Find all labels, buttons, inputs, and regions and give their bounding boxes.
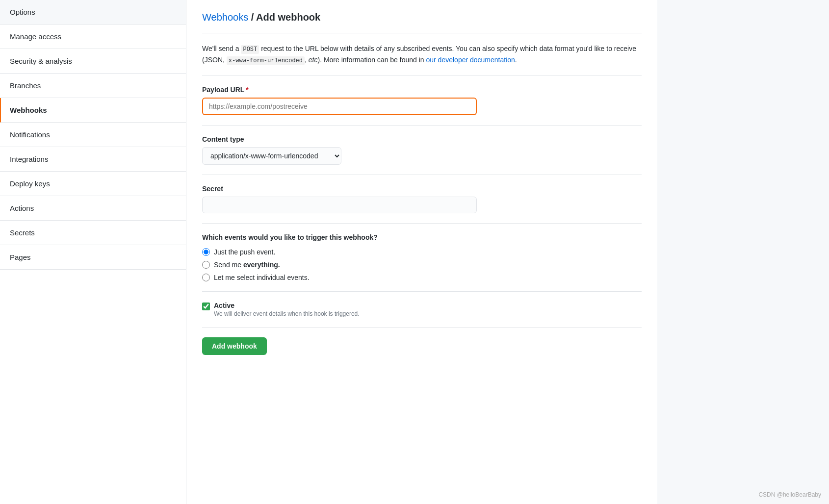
- events-question: Which events would you like to trigger t…: [202, 233, 642, 241]
- sidebar-item-branches[interactable]: Branches: [0, 74, 186, 98]
- active-checkbox[interactable]: [202, 302, 210, 310]
- sidebar-item-options[interactable]: Options: [0, 0, 186, 25]
- divider-active: [202, 327, 642, 328]
- divider-description: [202, 76, 642, 76]
- radio-individual-label: Let me select individual events.: [214, 274, 310, 281]
- secret-input[interactable]: [202, 197, 477, 213]
- active-label[interactable]: Active: [214, 302, 234, 309]
- description-text: We'll send a POST request to the URL bel…: [202, 43, 642, 66]
- divider-secret: [202, 223, 642, 224]
- sidebar-item-actions[interactable]: Actions: [0, 196, 186, 221]
- radio-everything-input[interactable]: [202, 261, 210, 269]
- breadcrumb-separator: /: [251, 12, 256, 23]
- divider-payload: [202, 125, 642, 126]
- payload-url-label: Payload URL*: [202, 86, 642, 94]
- radio-push-input[interactable]: [202, 248, 210, 256]
- active-group: Active We will deliver event details whe…: [202, 302, 642, 317]
- sidebar-item-integrations[interactable]: Integrations: [0, 147, 186, 172]
- divider-events: [202, 291, 642, 292]
- radio-everything[interactable]: Send me everything.: [202, 261, 642, 269]
- sidebar-item-webhooks[interactable]: Webhooks: [0, 98, 186, 123]
- active-label-group: Active We will deliver event details whe…: [214, 302, 360, 317]
- secret-group: Secret: [202, 185, 642, 213]
- content-type-group: Content type application/x-www-form-urle…: [202, 135, 642, 165]
- sidebar-item-manage-access[interactable]: Manage access: [0, 25, 186, 49]
- radio-push[interactable]: Just the push event.: [202, 248, 642, 256]
- divider-content-type: [202, 175, 642, 175]
- radio-individual-input[interactable]: [202, 274, 210, 281]
- code-post: POST: [241, 45, 259, 54]
- events-group: Which events would you like to trigger t…: [202, 233, 642, 281]
- events-radio-group: Just the push event. Send me everything.…: [202, 248, 642, 281]
- sidebar-item-pages[interactable]: Pages: [0, 245, 186, 270]
- add-webhook-button[interactable]: Add webhook: [202, 337, 267, 355]
- developer-docs-link[interactable]: our developer documentation: [426, 56, 515, 64]
- secret-label: Secret: [202, 185, 642, 193]
- code-urlencoded: x-www-form-urlencoded: [227, 56, 305, 65]
- sidebar-item-secrets[interactable]: Secrets: [0, 221, 186, 245]
- required-star: *: [246, 86, 248, 94]
- watermark: CSDN @helloBearBaby: [758, 491, 821, 498]
- divider-top: [202, 33, 642, 33]
- content-type-label: Content type: [202, 135, 642, 143]
- main-content: Webhooks / Add webhook We'll send a POST…: [186, 0, 657, 504]
- breadcrumb-current: Add webhook: [256, 12, 320, 23]
- radio-push-label: Just the push event.: [214, 248, 275, 256]
- sidebar: OptionsManage accessSecurity & analysisB…: [0, 0, 186, 504]
- payload-url-group: Payload URL*: [202, 86, 642, 115]
- sidebar-item-notifications[interactable]: Notifications: [0, 123, 186, 147]
- payload-url-input[interactable]: [202, 98, 477, 115]
- breadcrumb-link[interactable]: Webhooks: [202, 12, 248, 23]
- active-sublabel: We will deliver event details when this …: [214, 310, 360, 317]
- content-type-select[interactable]: application/x-www-form-urlencodedapplica…: [202, 147, 341, 165]
- sidebar-item-deploy-keys[interactable]: Deploy keys: [0, 172, 186, 196]
- radio-everything-label: Send me everything.: [214, 261, 280, 269]
- sidebar-item-security-analysis[interactable]: Security & analysis: [0, 49, 186, 74]
- radio-individual[interactable]: Let me select individual events.: [202, 274, 642, 281]
- breadcrumb: Webhooks / Add webhook: [202, 12, 642, 23]
